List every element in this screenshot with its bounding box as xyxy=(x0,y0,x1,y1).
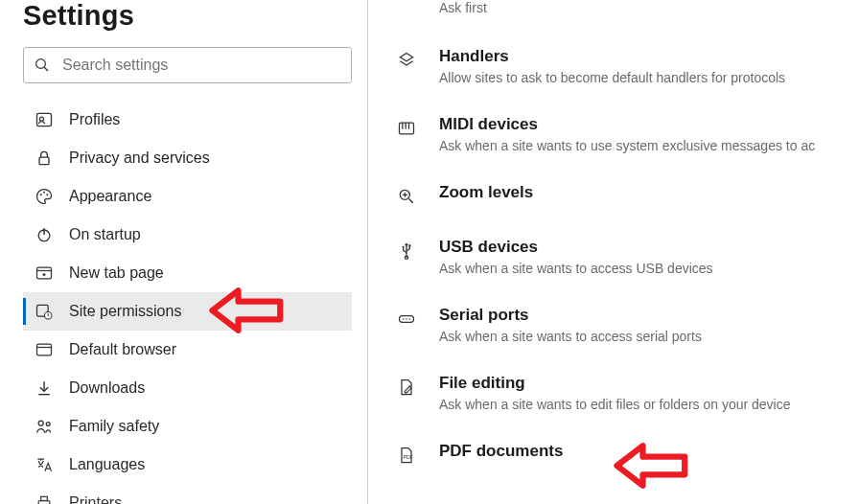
permission-item-midi[interactable]: MIDI devices Ask when a site wants to us… xyxy=(395,103,859,171)
permission-item-usb[interactable]: USB devices Ask when a site wants to acc… xyxy=(395,225,859,293)
usb-icon xyxy=(395,240,418,263)
permission-title: USB devices xyxy=(439,238,859,257)
browser-icon xyxy=(35,340,54,359)
handlers-icon xyxy=(395,49,418,72)
nav-label: Profiles xyxy=(69,111,120,128)
profile-card-icon xyxy=(35,110,54,129)
nav-item-family[interactable]: Family safety xyxy=(23,407,352,446)
nav-label: On startup xyxy=(69,226,141,243)
permission-title: File editing xyxy=(439,374,859,393)
permission-title: Serial ports xyxy=(439,306,859,325)
nav-item-appearance[interactable]: Appearance xyxy=(23,177,352,216)
settings-sidebar: Settings Profiles Privacy and services A… xyxy=(0,0,368,504)
nav-label: Family safety xyxy=(69,418,159,435)
download-icon xyxy=(35,378,54,398)
permissions-list: Ask first Handlers Allow sites to ask to… xyxy=(395,0,859,470)
file-edit-icon xyxy=(395,376,418,399)
permission-subtitle: Ask when a site wants to edit files or f… xyxy=(439,397,859,412)
search-box[interactable] xyxy=(23,47,352,83)
nav-label: Languages xyxy=(69,456,145,473)
power-icon xyxy=(35,225,54,244)
printer-icon xyxy=(35,493,54,504)
nav-list: Profiles Privacy and services Appearance… xyxy=(23,101,352,504)
nav-label: Privacy and services xyxy=(69,149,210,167)
nav-label: New tab page xyxy=(69,264,164,282)
newtab-icon xyxy=(35,263,54,283)
permission-item-file-editing[interactable]: File editing Ask when a site wants to ed… xyxy=(395,361,859,429)
permission-item-prev-sub[interactable]: Ask first xyxy=(395,0,859,34)
nav-label: Site permissions xyxy=(69,303,181,320)
permissions-icon xyxy=(35,302,54,321)
search-icon xyxy=(34,57,51,74)
permission-title: PDF documents xyxy=(439,442,859,461)
nav-item-privacy[interactable]: Privacy and services xyxy=(23,139,352,177)
languages-icon xyxy=(35,455,54,474)
nav-item-site-permissions[interactable]: Site permissions xyxy=(23,292,352,331)
nav-label: Default browser xyxy=(69,341,176,358)
family-icon xyxy=(35,417,54,436)
permission-item-serial[interactable]: Serial ports Ask when a site wants to ac… xyxy=(395,293,859,361)
nav-item-newtab[interactable]: New tab page xyxy=(23,254,352,292)
permission-title: Zoom levels xyxy=(439,183,859,202)
nav-item-printers[interactable]: Printers xyxy=(23,484,352,504)
nav-label: Printers xyxy=(69,494,122,504)
nav-label: Downloads xyxy=(69,379,145,397)
page-title: Settings xyxy=(23,0,352,32)
palette-icon xyxy=(35,187,54,206)
nav-item-startup[interactable]: On startup xyxy=(23,216,352,254)
zoom-icon xyxy=(395,185,418,208)
blank-icon xyxy=(395,2,418,25)
permission-subtitle: Ask when a site wants to use system excl… xyxy=(439,138,859,153)
search-input[interactable] xyxy=(60,56,341,75)
nav-item-default-browser[interactable]: Default browser xyxy=(23,331,352,369)
permission-item-pdf[interactable]: PDF documents xyxy=(395,429,859,470)
permission-subtitle: Ask first xyxy=(439,0,859,15)
permission-item-zoom[interactable]: Zoom levels xyxy=(395,171,859,225)
lock-icon xyxy=(35,149,54,168)
permissions-pane: Ask first Handlers Allow sites to ask to… xyxy=(368,0,859,504)
nav-item-downloads[interactable]: Downloads xyxy=(23,369,352,407)
permission-subtitle: Ask when a site wants to access USB devi… xyxy=(439,261,859,276)
nav-label: Appearance xyxy=(69,188,151,205)
serial-icon xyxy=(395,308,418,331)
permission-subtitle: Allow sites to ask to become default han… xyxy=(439,70,859,85)
pdf-icon xyxy=(395,444,418,467)
permission-title: MIDI devices xyxy=(439,115,859,134)
midi-icon xyxy=(395,117,418,140)
permission-item-handlers[interactable]: Handlers Allow sites to ask to become de… xyxy=(395,34,859,103)
nav-item-languages[interactable]: Languages xyxy=(23,446,352,484)
permission-subtitle: Ask when a site wants to access serial p… xyxy=(439,329,859,344)
nav-item-profiles[interactable]: Profiles xyxy=(23,101,352,139)
permission-title: Handlers xyxy=(439,47,859,66)
